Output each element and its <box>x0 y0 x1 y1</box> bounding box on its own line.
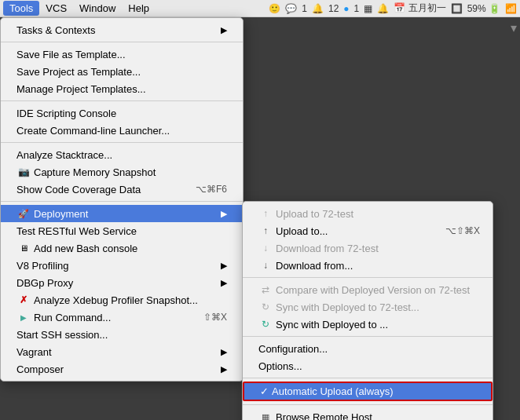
configuration-label: Configuration... <box>258 343 328 355</box>
submenu-separator-3 <box>243 378 493 378</box>
browse-remote-icon: ▦ <box>258 411 273 420</box>
menubar-item-tools[interactable]: Tools <box>3 1 39 16</box>
tools-menu: Tasks & Contexts ▶ Save File as Template… <box>0 17 244 382</box>
download-from-72test-icon: ↓ <box>258 242 273 254</box>
sync-deployed-72test-icon: ↻ <box>258 301 273 313</box>
menubar-chat-count: 1 <box>302 3 307 14</box>
v8-profiling-arrow: ▶ <box>221 261 227 271</box>
menubar-wifi-icon: 📶 <box>505 3 517 14</box>
deployment-arrow: ▶ <box>221 209 227 219</box>
download-from-72test-label: Download from 72-test <box>276 243 379 254</box>
compare-deployed-label: Compare with Deployed Version on 72-test <box>276 284 470 296</box>
menu-item-create-launcher[interactable]: Create Command-line Launcher... <box>1 122 243 139</box>
submenu-item-configuration[interactable]: Configuration... <box>243 340 493 357</box>
submenu-item-sync-deployed[interactable]: ↻ Sync with Deployed to ... <box>243 316 493 333</box>
menubar: Tools VCS Window Help 🙂 💬 1 🔔 12 ● 1 ▦ 🔔… <box>0 0 520 17</box>
save-project-template-label: Save Project as Template... <box>16 66 141 78</box>
add-bash-label: Add new Bash console <box>34 243 137 254</box>
menu-item-manage-project-templates[interactable]: Manage Project Templates... <box>1 80 243 97</box>
menu-item-test-restful[interactable]: Test RESTful Web Service <box>1 222 243 239</box>
submenu-separator-4 <box>243 404 493 405</box>
menubar-blue-dot: ● <box>343 3 349 14</box>
menubar-screen-icon: 🔲 <box>451 3 463 14</box>
save-file-template-label: Save File as Template... <box>16 49 126 60</box>
upload-to-label: Upload to... <box>276 225 328 237</box>
upload-to-icon: ↑ <box>258 225 273 237</box>
submenu-item-upload-to[interactable]: ↑ Upload to... ⌥⇧⌘X <box>243 222 493 239</box>
menu-item-deployment[interactable]: 🚀 Deployment ▶ <box>1 205 243 222</box>
menubar-item-help[interactable]: Help <box>122 1 156 16</box>
run-command-shortcut: ⇧⌘X <box>203 312 227 323</box>
menubar-calendar: 📅 五月初一 <box>394 2 445 15</box>
browse-remote-label: Browse Remote Host <box>276 411 372 421</box>
sync-deployed-label: Sync with Deployed to ... <box>276 319 388 331</box>
separator-1 <box>1 42 243 42</box>
upload-to-72test-icon: ↑ <box>258 207 273 220</box>
submenu-item-download-from-72test[interactable]: ↓ Download from 72-test <box>243 239 493 257</box>
sync-deployed-72test-label: Sync with Deployed to 72-test... <box>276 301 419 313</box>
dbgp-proxy-arrow: ▶ <box>221 278 227 288</box>
start-ssh-label: Start SSH session... <box>16 329 108 341</box>
menu-item-dbgp-proxy[interactable]: DBGp Proxy ▶ <box>1 274 243 291</box>
menubar-item-vcs[interactable]: VCS <box>39 1 73 16</box>
menu-item-ide-scripting[interactable]: IDE Scripting Console <box>1 104 243 122</box>
menu-item-v8-profiling[interactable]: V8 Profiling ▶ <box>1 257 243 274</box>
submenu-item-sync-deployed-72test[interactable]: ↻ Sync with Deployed to 72-test... <box>243 298 493 316</box>
menu-item-run-command[interactable]: ▶ Run Command... ⇧⌘X <box>1 309 243 326</box>
vagrant-arrow: ▶ <box>221 347 227 357</box>
download-from-label: Download from... <box>276 260 353 272</box>
vagrant-label: Vagrant <box>16 346 52 358</box>
menu-item-composer[interactable]: Composer ▶ <box>1 360 243 378</box>
menu-item-analyze-stacktrace[interactable]: Analyze Stacktrace... <box>1 146 243 163</box>
analyze-xdebug-icon: ✗ <box>16 294 31 306</box>
analyze-xdebug-label: Analyze Xdebug Profiler Snapshot... <box>34 294 198 306</box>
separator-2 <box>1 100 243 101</box>
menubar-bell-count: 12 <box>328 3 339 14</box>
upload-to-shortcut: ⌥⇧⌘X <box>445 225 480 236</box>
composer-arrow: ▶ <box>221 364 227 374</box>
menubar-right: 🙂 💬 1 🔔 12 ● 1 ▦ 🔔 📅 五月初一 🔲 59% 🔋 📶 <box>269 2 517 15</box>
menu-item-vagrant[interactable]: Vagrant ▶ <box>1 343 243 360</box>
tasks-contexts-arrow: ▶ <box>221 25 227 35</box>
menubar-item-window[interactable]: Window <box>73 1 122 16</box>
menu-item-start-ssh[interactable]: Start SSH session... <box>1 326 243 343</box>
submenu-item-options[interactable]: Options... <box>243 357 493 374</box>
submenu-item-download-from[interactable]: ↓ Download from... <box>243 257 493 274</box>
menu-item-tasks-contexts[interactable]: Tasks & Contexts ▶ <box>1 21 243 38</box>
separator-4 <box>1 201 243 202</box>
run-command-icon: ▶ <box>16 311 31 323</box>
menu-item-add-bash[interactable]: 🖥 Add new Bash console <box>1 239 243 257</box>
submenu-separator-2 <box>243 336 493 337</box>
submenu-item-automatic-upload[interactable]: ✓ Automatic Upload (always) <box>243 382 493 401</box>
menu-item-analyze-xdebug[interactable]: ✗ Analyze Xdebug Profiler Snapshot... <box>1 291 243 309</box>
menubar-grid-icon: ▦ <box>364 3 372 14</box>
menubar-dot-count: 1 <box>354 3 360 14</box>
menu-item-save-file-template[interactable]: Save File as Template... <box>1 46 243 63</box>
menubar-chat-icon: 💬 <box>285 3 297 14</box>
menu-item-show-coverage[interactable]: Show Code Coverage Data ⌥⌘F6 <box>1 181 243 198</box>
menu-item-save-project-template[interactable]: Save Project as Template... <box>1 63 243 80</box>
upload-to-72test-label: Upload to 72-test <box>276 208 353 220</box>
submenu-separator-1 <box>243 277 493 278</box>
add-bash-icon: 🖥 <box>16 242 31 254</box>
menubar-bell-icon: 🔔 <box>312 3 324 14</box>
submenu-item-compare-deployed[interactable]: ⇄ Compare with Deployed Version on 72-te… <box>243 281 493 298</box>
dbgp-proxy-label: DBGp Proxy <box>16 277 73 289</box>
menubar-battery: 59% 🔋 <box>467 3 500 14</box>
automatic-upload-checkmark: ✓ <box>260 385 269 397</box>
submenu-item-upload-to-72test[interactable]: ↑ Upload to 72-test <box>243 205 493 222</box>
submenu-item-browse-remote[interactable]: ▦ Browse Remote Host <box>243 408 493 420</box>
manage-project-templates-label: Manage Project Templates... <box>16 83 146 95</box>
compare-deployed-icon: ⇄ <box>258 283 273 296</box>
sync-deployed-icon: ↻ <box>258 318 273 331</box>
options-label: Options... <box>258 360 302 372</box>
v8-profiling-label: V8 Profiling <box>16 260 68 272</box>
analyze-stacktrace-label: Analyze Stacktrace... <box>16 149 112 161</box>
deployment-submenu: ↑ Upload to 72-test ↑ Upload to... ⌥⇧⌘X … <box>242 201 493 420</box>
menu-item-capture-memory[interactable]: 📷 Capture Memory Snapshot <box>1 163 243 181</box>
automatic-upload-label: Automatic Upload (always) <box>272 385 394 397</box>
deployment-icon: 🚀 <box>16 207 31 220</box>
menubar-smiley-icon: 🙂 <box>269 3 280 14</box>
show-coverage-shortcut: ⌥⌘F6 <box>196 184 227 195</box>
editor-dropdown-icon[interactable]: ▾ <box>511 20 517 61</box>
